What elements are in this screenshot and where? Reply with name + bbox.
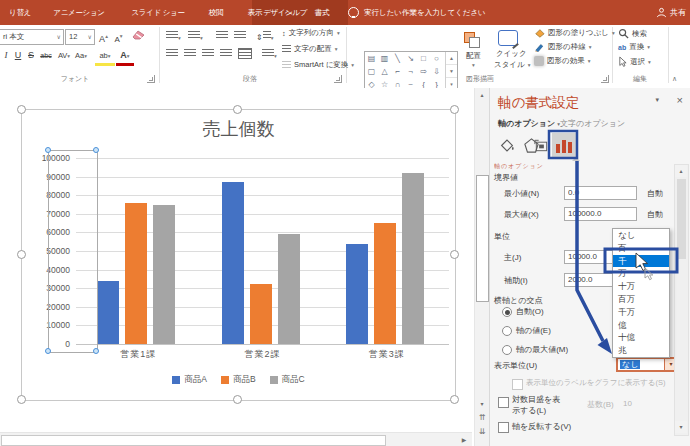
bar[interactable]: [278, 234, 300, 344]
tab-review[interactable]: 校閲: [196, 0, 236, 25]
legend-item[interactable]: 商品B: [221, 374, 256, 386]
resize-handle-sw[interactable]: [17, 395, 26, 404]
italic-button[interactable]: I: [0, 48, 12, 63]
bar[interactable]: [402, 173, 424, 344]
bar[interactable]: [346, 244, 368, 344]
line-arrow-icon[interactable]: ↘: [404, 52, 417, 65]
rounded-rectangle-icon[interactable]: ▢: [365, 65, 378, 78]
previous-slide-icon[interactable]: ⇈: [476, 412, 488, 424]
tab-axis-options[interactable]: 軸のオプション ▾: [498, 118, 560, 129]
chevron-down-icon[interactable]: ∨: [57, 30, 61, 44]
axis-handle[interactable]: [45, 147, 51, 153]
slide-vertical-scrollbar[interactable]: ▴ ▾ ⇈ ⇊: [474, 88, 489, 446]
tab-chart-design[interactable]: デザイン: [256, 0, 300, 25]
resize-handle-w[interactable]: [17, 250, 26, 259]
vertical-scroll-thumb[interactable]: [476, 175, 489, 302]
select-button[interactable]: 選択 ▾: [618, 56, 651, 67]
triangle-icon[interactable]: △: [378, 65, 391, 78]
bar[interactable]: [153, 205, 175, 345]
distribute-button[interactable]: [238, 48, 252, 63]
resize-handle-ne[interactable]: [450, 105, 459, 114]
resize-handle-s[interactable]: [233, 395, 242, 404]
align-right-button[interactable]: [202, 48, 214, 63]
resize-handle-n[interactable]: [233, 105, 242, 114]
gallery-up-icon[interactable]: ▲: [446, 52, 457, 65]
rectangle-icon[interactable]: □: [417, 52, 430, 65]
bar[interactable]: [97, 281, 119, 344]
display-units-option[interactable]: 千: [613, 255, 669, 268]
line-icon[interactable]: ╲: [391, 52, 404, 65]
chevron-down-icon[interactable]: ∨: [88, 30, 92, 44]
collapse-ribbon-button[interactable]: ∧: [672, 71, 677, 86]
axis-handle[interactable]: [45, 348, 51, 354]
display-units-option[interactable]: なし: [613, 229, 669, 242]
change-case-button[interactable]: Aa▾: [73, 48, 89, 63]
display-units-option[interactable]: 百万: [613, 293, 669, 306]
display-units-option[interactable]: 万: [613, 267, 669, 280]
display-units-option[interactable]: 十万: [613, 280, 669, 293]
quick-styles-button[interactable]: クイック: [496, 49, 527, 59]
chart-legend[interactable]: 商品A商品B商品C: [22, 374, 455, 386]
arrange-button[interactable]: 配置: [466, 51, 481, 61]
clear-formatting-button[interactable]: [130, 29, 146, 44]
line-spacing-button[interactable]: ⇕▾: [256, 30, 273, 45]
tab-text-options[interactable]: 文字のオプション: [560, 118, 625, 129]
elbow-connector-icon[interactable]: ⌐: [391, 65, 404, 78]
axis-handle[interactable]: [93, 348, 99, 354]
font-dialog-launcher[interactable]: [147, 75, 155, 83]
min-auto-button[interactable]: 自動: [647, 188, 663, 199]
show-units-checkbox[interactable]: [512, 379, 523, 390]
pane-scroll-thumb[interactable]: [677, 179, 686, 259]
font-name-combo[interactable]: ri 本文 ∨: [0, 29, 64, 45]
align-text-button[interactable]: 文字の配置 ▾: [282, 44, 337, 54]
slide-canvas[interactable]: 売上個数 01000020000300004000050000600007000…: [0, 88, 489, 446]
clear-abc-button[interactable]: abc: [37, 48, 55, 63]
max-input[interactable]: [564, 207, 637, 221]
log-scale-label-1[interactable]: 対数目盛を表: [512, 394, 560, 405]
pane-scroll-down-icon[interactable]: ▾: [675, 421, 687, 433]
underline-button[interactable]: U: [12, 48, 24, 63]
tab-animations[interactable]: アニメーション: [40, 0, 118, 25]
align-center-button[interactable]: [184, 48, 196, 63]
right-arrow-icon[interactable]: ⇨: [417, 65, 430, 78]
vertical-text-box-icon[interactable]: ▥: [378, 52, 391, 65]
pane-close-icon[interactable]: ×: [677, 94, 683, 106]
justify-button[interactable]: [220, 48, 232, 63]
columns-button[interactable]: ▾: [262, 48, 277, 63]
slide-horizontal-scrollbar[interactable]: ▶: [0, 432, 472, 446]
highlight-color-button[interactable]: ab▾: [95, 48, 115, 66]
bar[interactable]: [222, 182, 244, 344]
chart-object[interactable]: 売上個数 01000020000300004000050000600007000…: [21, 109, 456, 401]
shape-fill-button[interactable]: 図形の塗りつぶし ▾: [534, 28, 615, 38]
shape-effects-button[interactable]: 図形の効果 ▾: [534, 56, 590, 66]
character-spacing-button[interactable]: AV▾: [56, 48, 72, 63]
value-axis-selection[interactable]: [48, 150, 98, 353]
elbow-arrow-connector-icon[interactable]: ¬: [404, 65, 417, 78]
convert-smartart-button[interactable]: SmartArt に変換 ▾: [282, 60, 354, 70]
share-button[interactable]: 共有: [656, 0, 686, 25]
quick-styles-button-2[interactable]: スタイル▾: [494, 60, 530, 70]
resize-handle-e[interactable]: [450, 250, 459, 259]
decrease-indent-button[interactable]: [216, 30, 228, 45]
log-scale-label-2[interactable]: 示する(L): [512, 405, 546, 416]
bar[interactable]: [374, 223, 396, 344]
strikethrough-button[interactable]: S: [25, 48, 37, 63]
align-left-button[interactable]: [166, 48, 178, 63]
resize-handle-nw[interactable]: [17, 105, 26, 114]
replace-button[interactable]: ab 置換 ▾: [618, 42, 650, 52]
legend-item[interactable]: 商品C: [270, 374, 305, 386]
radio-axis-maximum-label[interactable]: 軸の最大値(M): [516, 344, 568, 355]
oval-icon[interactable]: ○: [430, 52, 443, 65]
find-button[interactable]: 検索: [618, 28, 647, 39]
arrange-caret[interactable]: ▾: [472, 62, 475, 68]
shape-outline-button[interactable]: 図形の枠線 ▾: [534, 42, 591, 52]
text-direction-button[interactable]: ↕ 文字列の方向 ▾: [282, 28, 340, 38]
tab-chart-format[interactable]: 書式: [304, 0, 340, 25]
display-units-option[interactable]: 千万: [613, 306, 669, 319]
reverse-axis-label[interactable]: 軸を反転する(V): [512, 421, 571, 432]
size-properties-tab[interactable]: [530, 134, 552, 156]
legend-item[interactable]: 商品A: [172, 374, 207, 386]
bar[interactable]: [250, 284, 272, 344]
display-units-option[interactable]: 百: [613, 242, 669, 255]
pane-options-caret-icon[interactable]: ▾: [655, 96, 659, 104]
